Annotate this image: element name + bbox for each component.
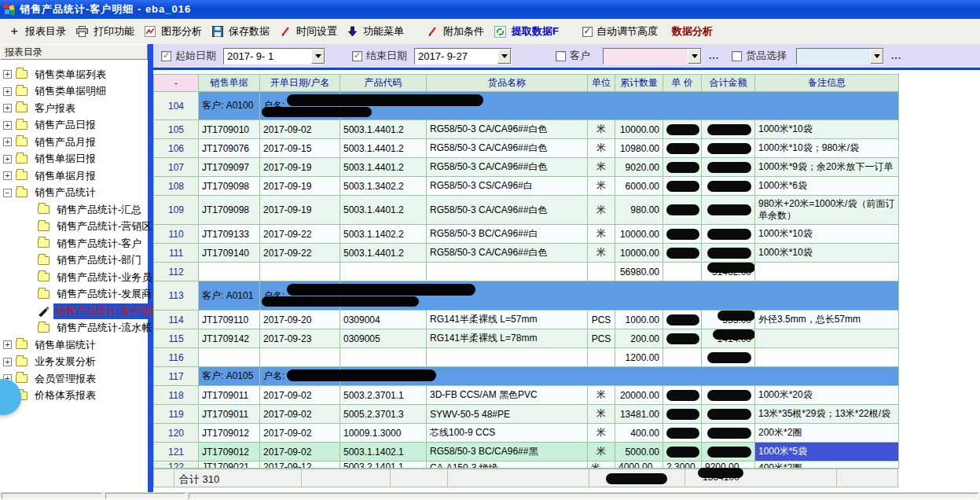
data-analysis-link[interactable]: 数据分析 [672, 24, 713, 39]
remark[interactable]: 1000米*5袋 [755, 443, 899, 461]
column-header[interactable]: 备注信息 [755, 75, 899, 92]
expand-plus-icon[interactable]: + [3, 138, 12, 146]
extra-condition-button[interactable]: 附加条件 [423, 21, 490, 42]
expand-plus-icon[interactable]: + [3, 121, 12, 130]
customer-group-row[interactable]: 104客户: A0100户名: [154, 92, 899, 120]
customer-combo[interactable] [603, 48, 702, 64]
expand-plus-icon[interactable]: + [3, 155, 12, 164]
print-button[interactable]: 打印功能 [72, 21, 141, 42]
unit-price [663, 225, 702, 244]
expand-plus-icon[interactable]: + [3, 340, 12, 349]
sidebar-item[interactable]: −销售产品统计 [0, 185, 148, 202]
end-date-combo[interactable]: 2017- 9-27 [414, 48, 512, 64]
sidebar-item[interactable]: 销售产品统计-发展商 [0, 286, 148, 303]
partially-visible-row: 122JT17090212017-09-125003.2.1401.1CA-A1… [154, 461, 899, 469]
splitter[interactable] [148, 44, 153, 492]
auto-height-label: 自动调节高度 [596, 24, 658, 39]
column-header[interactable]: 单 价 [663, 75, 702, 92]
collapse-minus-icon[interactable]: − [3, 189, 12, 197]
customer-group-row[interactable]: 113客户: A0101户名: [154, 281, 899, 311]
sidebar-item[interactable]: 销售产品统计-汇总 [0, 201, 148, 219]
column-header[interactable]: 产品代码 [340, 75, 427, 92]
expand-plus-icon[interactable]: + [3, 70, 12, 79]
product-name: RG58/50-3 CA/CA96##白色 [427, 244, 588, 263]
customer-value [604, 49, 688, 64]
start-date-combo[interactable]: 2017- 9- 1 [223, 48, 325, 64]
chevron-down-icon[interactable] [688, 49, 701, 64]
data-row[interactable]: 118JT17090112017-09-025003.2.3701.13D-FB… [154, 386, 899, 405]
sidebar-item[interactable]: +销售类单据列表 [0, 66, 148, 83]
data-row[interactable]: 105JT17090102017-09-025003.1.4401.2RG58/… [154, 120, 899, 139]
data-row[interactable]: 106JT17090762017-09-155003.1.4401.2RG58/… [154, 139, 899, 158]
customer-group-row[interactable]: 117客户: A0105户名: [154, 367, 899, 386]
goods-more-button[interactable]: ... [891, 50, 901, 61]
sidebar-item[interactable]: 销售产品统计-营销区 [0, 219, 148, 236]
column-header[interactable]: 货品名称 [427, 75, 588, 92]
graph-analysis-button[interactable]: 图形分析 [141, 21, 208, 42]
column-header[interactable]: 累计数量 [615, 75, 663, 92]
redaction-mark [707, 428, 751, 439]
column-header[interactable]: - [154, 75, 199, 92]
goods-combo[interactable] [796, 48, 884, 64]
column-header[interactable]: 合计金额 [702, 75, 755, 92]
expand-plus-icon[interactable]: + [3, 104, 12, 112]
data-row[interactable]: 110JT17091332017-09-225003.1.1402.2RG58/… [154, 225, 899, 244]
title-bar[interactable]: 销售产品统计-客户明细 - eba_016 [0, 0, 980, 19]
time-setting-button[interactable]: 时间设置 [276, 21, 343, 42]
sidebar-item[interactable]: +销售产品日报 [0, 117, 148, 134]
sidebar-item[interactable]: +业务发展分析 [0, 354, 148, 371]
data-row[interactable]: 109JT17090982017-09-195003.1.4401.2RG58/… [154, 196, 899, 225]
folder-icon [16, 171, 28, 180]
sidebar-item[interactable]: +销售单据统计 [0, 336, 148, 354]
expand-plus-icon[interactable]: + [3, 171, 12, 180]
sidebar-item[interactable]: +销售单据日报 [0, 151, 148, 168]
sidebar-item[interactable]: 销售产品统计-客户明细 [0, 303, 148, 320]
data-row[interactable]: 121JT17090122017-09-025003.1.1402.1RG58/… [154, 443, 899, 461]
extract-data-button[interactable]: 提取数据F [490, 21, 565, 42]
start-date-checkbox[interactable] [161, 51, 171, 61]
data-row[interactable]: 120JT17090122017-09-0210009.1.3000芯线100-… [154, 424, 899, 443]
row-number: 104 [154, 92, 199, 120]
product-code: 0309005 [340, 329, 427, 348]
data-row[interactable]: 107JT17090972017-09-195003.1.4401.2RG58/… [154, 158, 899, 177]
customer-checkbox[interactable] [556, 51, 566, 61]
sidebar-item[interactable]: 销售产品统计-流水帐 [0, 320, 148, 337]
row-number: 108 [154, 177, 199, 196]
column-header[interactable]: 单位 [588, 75, 615, 92]
report-directory-button[interactable]: ＋ 报表目录 [5, 21, 72, 42]
redaction-mark [666, 333, 699, 344]
chevron-down-icon[interactable] [870, 49, 883, 64]
expand-plus-icon[interactable]: + [3, 358, 12, 366]
expand-plus-icon[interactable]: + [3, 87, 12, 96]
chevron-down-icon[interactable] [497, 49, 511, 64]
end-date-checkbox[interactable] [352, 51, 362, 61]
sidebar-item[interactable]: +客户报表 [0, 100, 148, 117]
save-data-button[interactable]: 保存数据 [208, 21, 276, 42]
sidebar-item[interactable]: 销售产品统计-业务员 [0, 269, 148, 286]
goods-checkbox[interactable] [732, 51, 742, 61]
data-row[interactable]: 115JT17091422017-09-230309005RG141半柔裸线 L… [154, 329, 899, 348]
sidebar-item[interactable]: +价格体系报表 [0, 388, 148, 405]
sidebar-item[interactable]: 销售产品统计-客户 [0, 235, 148, 252]
column-header[interactable]: 开单日期/户名 [260, 75, 340, 92]
data-row[interactable]: 111JT17091402017-09-225003.1.4401.2RG58/… [154, 244, 899, 263]
sidebar-item[interactable]: +销售产品月报 [0, 134, 148, 151]
chevron-down-icon[interactable] [311, 49, 325, 64]
data-row[interactable]: 119JT17090112017-09-025005.2.3701.3SYWV-… [154, 405, 899, 424]
total-amount [702, 443, 755, 461]
sidebar-item[interactable]: +销售单据月报 [0, 167, 148, 185]
order-date: 2017-09-02 [260, 424, 340, 443]
auto-height-checkbox[interactable] [582, 27, 593, 37]
customer-more-button[interactable]: ... [709, 50, 719, 61]
column-header[interactable]: 销售单据 [199, 75, 260, 92]
function-menu-button[interactable]: 功能菜单 [343, 21, 410, 42]
sidebar-item[interactable]: +会员管理报表 [0, 370, 148, 388]
data-row[interactable]: 114JT17091102017-09-200309004RG141半柔裸线 L… [154, 311, 899, 329]
sidebar-item-label: 销售产品统计-业务员 [54, 270, 154, 285]
sidebar-item[interactable]: 销售产品统计-部门 [0, 252, 148, 270]
data-row[interactable]: 108JT17090982017-09-195003.1.3402.2RG58/… [154, 177, 899, 196]
row-number: 111 [154, 244, 199, 263]
clipped-cell: 2017-09-12 [260, 461, 340, 469]
auto-height-toggle[interactable]: 自动调节高度 [582, 24, 658, 39]
sidebar-item[interactable]: +销售类单据明细 [0, 83, 148, 101]
